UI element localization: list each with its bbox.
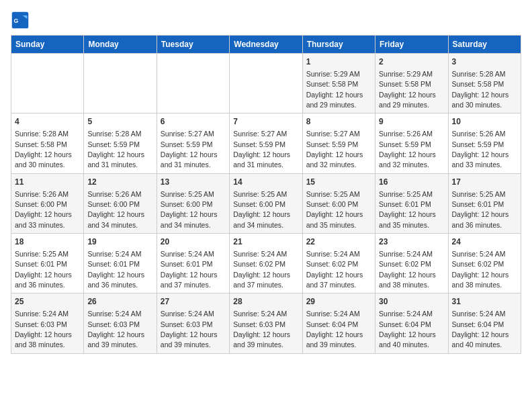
day-info: Sunrise: 5:24 AM Sunset: 6:03 PM Dayligh… [233,310,290,349]
day-cell: 27Sunrise: 5:24 AM Sunset: 6:03 PM Dayli… [157,293,229,353]
day-cell: 5Sunrise: 5:28 AM Sunset: 5:59 PM Daylig… [84,113,157,173]
day-info: Sunrise: 5:25 AM Sunset: 6:00 PM Dayligh… [306,190,363,229]
day-number: 23 [379,236,444,248]
day-number: 17 [452,177,517,188]
logo: G [11,11,32,30]
day-number: 30 [379,296,444,308]
day-cell: 17Sunrise: 5:25 AM Sunset: 6:01 PM Dayli… [448,173,521,233]
day-info: Sunrise: 5:26 AM Sunset: 5:59 PM Dayligh… [379,130,436,169]
day-info: Sunrise: 5:24 AM Sunset: 6:02 PM Dayligh… [379,250,436,289]
page-header: G [11,11,521,30]
day-info: Sunrise: 5:24 AM Sunset: 6:03 PM Dayligh… [161,310,218,349]
day-number: 15 [306,177,371,188]
day-cell: 4Sunrise: 5:28 AM Sunset: 5:58 PM Daylig… [11,113,84,173]
day-info: Sunrise: 5:27 AM Sunset: 5:59 PM Dayligh… [233,130,290,169]
calendar-header: SundayMondayTuesdayWednesdayThursdayFrid… [11,36,521,54]
day-number: 20 [161,236,226,248]
day-cell: 28Sunrise: 5:24 AM Sunset: 6:03 PM Dayli… [230,293,302,353]
day-info: Sunrise: 5:24 AM Sunset: 6:01 PM Dayligh… [161,250,218,289]
day-cell: 24Sunrise: 5:24 AM Sunset: 6:02 PM Dayli… [448,234,521,293]
day-cell: 26Sunrise: 5:24 AM Sunset: 6:03 PM Dayli… [84,293,157,353]
day-info: Sunrise: 5:29 AM Sunset: 5:58 PM Dayligh… [306,70,363,109]
day-cell: 12Sunrise: 5:26 AM Sunset: 6:00 PM Dayli… [84,173,157,233]
day-cell: 2Sunrise: 5:29 AM Sunset: 5:58 PM Daylig… [375,54,448,113]
day-cell: 11Sunrise: 5:26 AM Sunset: 6:00 PM Dayli… [11,173,84,233]
day-number: 28 [233,296,298,308]
day-number: 10 [452,116,517,128]
day-info: Sunrise: 5:28 AM Sunset: 5:59 PM Dayligh… [87,130,144,169]
day-info: Sunrise: 5:29 AM Sunset: 5:58 PM Dayligh… [379,70,436,109]
day-cell: 9Sunrise: 5:26 AM Sunset: 5:59 PM Daylig… [375,113,448,173]
day-info: Sunrise: 5:27 AM Sunset: 5:59 PM Dayligh… [161,130,218,169]
header-cell-sunday: Sunday [11,36,84,54]
week-row-5: 25Sunrise: 5:24 AM Sunset: 6:03 PM Dayli… [11,293,521,353]
day-info: Sunrise: 5:25 AM Sunset: 6:00 PM Dayligh… [233,190,290,229]
day-cell: 8Sunrise: 5:27 AM Sunset: 5:59 PM Daylig… [302,113,375,173]
day-cell [157,54,229,113]
header-row: SundayMondayTuesdayWednesdayThursdayFrid… [11,36,521,54]
day-number: 5 [87,116,152,128]
day-info: Sunrise: 5:25 AM Sunset: 6:00 PM Dayligh… [161,190,218,229]
day-info: Sunrise: 5:25 AM Sunset: 6:01 PM Dayligh… [379,190,436,229]
header-cell-thursday: Thursday [302,36,375,54]
day-cell: 10Sunrise: 5:26 AM Sunset: 5:59 PM Dayli… [448,113,521,173]
header-cell-monday: Monday [84,36,157,54]
day-info: Sunrise: 5:24 AM Sunset: 6:02 PM Dayligh… [306,250,363,289]
day-number: 24 [452,236,517,248]
day-cell: 23Sunrise: 5:24 AM Sunset: 6:02 PM Dayli… [375,234,448,293]
day-cell: 20Sunrise: 5:24 AM Sunset: 6:01 PM Dayli… [157,234,229,293]
day-cell: 21Sunrise: 5:24 AM Sunset: 6:02 PM Dayli… [230,234,302,293]
day-number: 22 [306,236,371,248]
day-info: Sunrise: 5:26 AM Sunset: 5:59 PM Dayligh… [452,130,509,169]
day-number: 4 [15,116,80,128]
day-info: Sunrise: 5:26 AM Sunset: 6:00 PM Dayligh… [87,190,144,229]
week-row-4: 18Sunrise: 5:25 AM Sunset: 6:01 PM Dayli… [11,234,521,293]
day-cell [230,54,302,113]
day-cell: 6Sunrise: 5:27 AM Sunset: 5:59 PM Daylig… [157,113,229,173]
day-cell: 3Sunrise: 5:28 AM Sunset: 5:58 PM Daylig… [448,54,521,113]
day-cell: 25Sunrise: 5:24 AM Sunset: 6:03 PM Dayli… [11,293,84,353]
day-info: Sunrise: 5:28 AM Sunset: 5:58 PM Dayligh… [452,70,509,109]
day-number: 1 [306,56,371,68]
week-row-1: 1Sunrise: 5:29 AM Sunset: 5:58 PM Daylig… [11,54,521,113]
day-cell: 19Sunrise: 5:24 AM Sunset: 6:01 PM Dayli… [84,234,157,293]
week-row-3: 11Sunrise: 5:26 AM Sunset: 6:00 PM Dayli… [11,173,521,233]
day-number: 21 [233,236,298,248]
day-info: Sunrise: 5:24 AM Sunset: 6:03 PM Dayligh… [87,310,144,349]
day-number: 29 [306,296,371,308]
day-cell: 30Sunrise: 5:24 AM Sunset: 6:04 PM Dayli… [375,293,448,353]
header-cell-tuesday: Tuesday [157,36,229,54]
day-info: Sunrise: 5:24 AM Sunset: 6:04 PM Dayligh… [306,310,363,349]
day-cell: 7Sunrise: 5:27 AM Sunset: 5:59 PM Daylig… [230,113,302,173]
day-cell: 18Sunrise: 5:25 AM Sunset: 6:01 PM Dayli… [11,234,84,293]
svg-text:G: G [13,17,18,24]
calendar-table: SundayMondayTuesdayWednesdayThursdayFrid… [11,35,521,354]
day-number: 31 [452,296,517,308]
day-number: 3 [452,56,517,68]
day-cell: 29Sunrise: 5:24 AM Sunset: 6:04 PM Dayli… [302,293,375,353]
day-cell: 22Sunrise: 5:24 AM Sunset: 6:02 PM Dayli… [302,234,375,293]
week-row-2: 4Sunrise: 5:28 AM Sunset: 5:58 PM Daylig… [11,113,521,173]
calendar-body: 1Sunrise: 5:29 AM Sunset: 5:58 PM Daylig… [11,54,521,354]
day-cell: 13Sunrise: 5:25 AM Sunset: 6:00 PM Dayli… [157,173,229,233]
day-cell: 1Sunrise: 5:29 AM Sunset: 5:58 PM Daylig… [302,54,375,113]
day-info: Sunrise: 5:28 AM Sunset: 5:58 PM Dayligh… [15,130,72,169]
day-number: 13 [161,177,226,188]
day-number: 6 [161,116,226,128]
day-info: Sunrise: 5:24 AM Sunset: 6:01 PM Dayligh… [87,250,144,289]
day-cell: 16Sunrise: 5:25 AM Sunset: 6:01 PM Dayli… [375,173,448,233]
day-number: 27 [161,296,226,308]
day-info: Sunrise: 5:24 AM Sunset: 6:03 PM Dayligh… [15,310,72,349]
logo-icon: G [11,11,30,30]
day-number: 11 [15,177,80,188]
day-cell [84,54,157,113]
day-info: Sunrise: 5:24 AM Sunset: 6:02 PM Dayligh… [452,250,509,289]
day-number: 12 [87,177,152,188]
day-info: Sunrise: 5:24 AM Sunset: 6:02 PM Dayligh… [233,250,290,289]
day-info: Sunrise: 5:25 AM Sunset: 6:01 PM Dayligh… [452,190,509,229]
day-number: 26 [87,296,152,308]
day-cell: 14Sunrise: 5:25 AM Sunset: 6:00 PM Dayli… [230,173,302,233]
header-cell-wednesday: Wednesday [230,36,302,54]
day-info: Sunrise: 5:27 AM Sunset: 5:59 PM Dayligh… [306,130,363,169]
header-cell-saturday: Saturday [448,36,521,54]
